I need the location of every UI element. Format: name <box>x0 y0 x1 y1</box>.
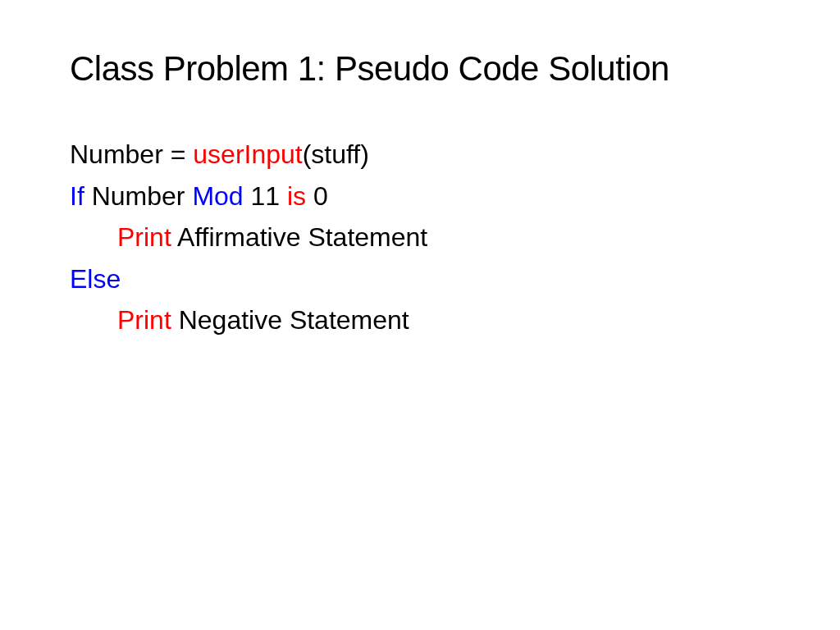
text-negative: Negative Statement <box>171 305 409 335</box>
keyword-is: is <box>287 181 306 211</box>
text-affirmative: Affirmative Statement <box>171 222 427 252</box>
code-line-else: Else <box>70 258 770 300</box>
keyword-mod: Mod <box>192 181 243 211</box>
keyword-if: If <box>70 181 84 211</box>
code-line-print-negative: Print Negative Statement <box>70 299 770 341</box>
keyword-print: Print <box>117 305 171 335</box>
text-number-equals: Number = <box>70 139 193 169</box>
keyword-userinput: userInput <box>193 139 302 169</box>
text-eleven: 11 <box>244 181 287 211</box>
code-line-print-affirmative: Print Affirmative Statement <box>70 217 770 258</box>
keyword-print: Print <box>117 222 171 252</box>
text-number: Number <box>84 181 193 211</box>
keyword-else: Else <box>70 264 121 294</box>
text-stuff: (stuff) <box>303 139 369 169</box>
code-line-assignment: Number = userInput(stuff) <box>70 134 770 176</box>
slide-title: Class Problem 1: Pseudo Code Solution <box>70 49 770 89</box>
text-zero: 0 <box>306 181 328 211</box>
code-line-if: If Number Mod 11 is 0 <box>70 176 770 217</box>
pseudocode-block: Number = userInput(stuff) If Number Mod … <box>70 134 770 341</box>
